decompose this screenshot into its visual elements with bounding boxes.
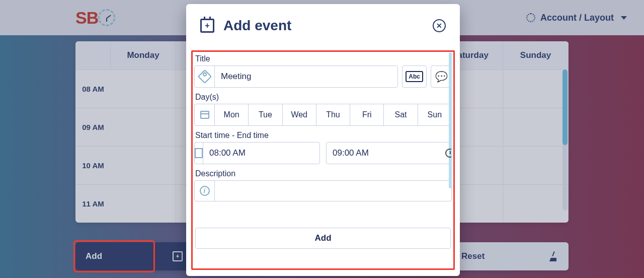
submit-add-label: Add bbox=[314, 233, 331, 243]
description-label: Description bbox=[195, 169, 451, 178]
day-thu[interactable]: Thu bbox=[316, 104, 350, 125]
event-form: Title Abc 💬 Day(s) Mon Tue Wed bbox=[192, 47, 454, 271]
calendar-icon bbox=[195, 104, 215, 125]
title-row: Abc 💬 bbox=[194, 65, 452, 88]
title-input[interactable] bbox=[215, 66, 397, 87]
modal-title-text: Add event bbox=[223, 18, 291, 34]
start-time-input[interactable] bbox=[203, 143, 320, 164]
day-tue[interactable]: Tue bbox=[249, 104, 282, 125]
title-label: Title bbox=[195, 54, 451, 63]
day-sat[interactable]: Sat bbox=[384, 104, 418, 125]
abc-toggle[interactable]: Abc bbox=[402, 65, 427, 88]
day-wed[interactable]: Wed bbox=[283, 104, 316, 125]
time-row bbox=[194, 142, 452, 164]
modal-body: Title Abc 💬 Day(s) Mon Tue Wed bbox=[186, 47, 460, 276]
days-label: Day(s) bbox=[195, 93, 451, 102]
title-input-group bbox=[194, 65, 398, 88]
day-mon[interactable]: Mon bbox=[215, 104, 249, 125]
days-selector: Mon Tue Wed Thu Fri Sat Sun bbox=[194, 104, 452, 126]
close-button[interactable]: ✕ bbox=[433, 19, 446, 32]
modal-title: Add event bbox=[200, 18, 291, 34]
start-time-group bbox=[194, 142, 320, 164]
day-fri[interactable]: Fri bbox=[350, 104, 384, 125]
info-icon: i bbox=[195, 181, 215, 201]
add-event-modal: Add event ✕ Title Abc 💬 bbox=[186, 4, 460, 276]
close-icon: ✕ bbox=[436, 22, 442, 30]
end-time-input[interactable] bbox=[327, 143, 445, 164]
abc-label: Abc bbox=[406, 71, 423, 82]
submit-add-button[interactable]: Add bbox=[195, 228, 451, 249]
description-input[interactable] bbox=[215, 181, 451, 201]
hourglass-icon bbox=[195, 143, 203, 164]
modal-header: Add event ✕ bbox=[186, 4, 460, 47]
day-sun[interactable]: Sun bbox=[418, 104, 451, 125]
description-group: i bbox=[194, 180, 452, 201]
end-time-group bbox=[326, 142, 452, 164]
tag-icon bbox=[195, 66, 215, 87]
speech-bubble-icon: 💬 bbox=[435, 71, 448, 83]
calendar-add-icon bbox=[200, 19, 214, 33]
form-scrollbar[interactable] bbox=[449, 52, 452, 188]
time-label: Start time - End time bbox=[195, 131, 451, 140]
